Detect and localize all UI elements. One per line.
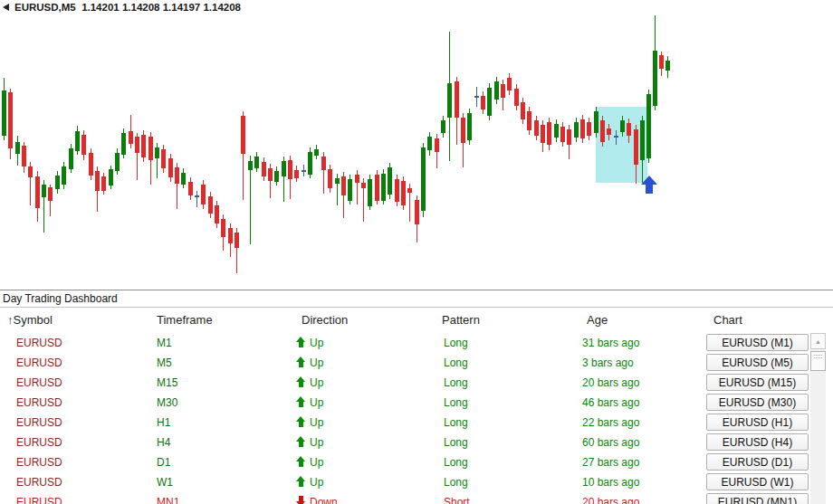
- candle-body: [587, 122, 591, 136]
- candle-body: [487, 88, 492, 116]
- cell-pattern: Long: [444, 337, 468, 349]
- column-header-pattern[interactable]: Pattern: [442, 313, 480, 327]
- cell-timeframe: M30: [157, 396, 177, 409]
- candle-body: [308, 152, 312, 175]
- candle-body: [627, 123, 631, 136]
- candle-body: [368, 179, 372, 206]
- candle-body: [567, 129, 571, 145]
- candle-body: [2, 90, 6, 136]
- cell-timeframe: W1: [157, 476, 173, 489]
- open-chart-button-d1[interactable]: EURUSD (D1): [706, 453, 809, 471]
- column-header-timeframe[interactable]: Timeframe: [157, 313, 213, 327]
- candle-body: [175, 167, 179, 184]
- table-row-h4: EURUSDH4UpLong60 bars agoEURUSD (H4): [0, 433, 833, 452]
- candle-body: [161, 149, 166, 168]
- cell-age: 27 bars ago: [582, 456, 639, 469]
- candle-body: [248, 161, 253, 170]
- candle-body: [348, 179, 352, 201]
- candle-body: [441, 120, 445, 133]
- candle-body: [288, 160, 292, 179]
- candle-body: [15, 142, 20, 154]
- scroll-up-button[interactable]: ▲: [810, 333, 826, 349]
- open-chart-button-m1[interactable]: EURUSD (M1): [706, 334, 809, 351]
- cell-symbol: EURUSD: [16, 476, 62, 489]
- candle-body: [355, 175, 359, 183]
- column-header-age[interactable]: Age: [587, 313, 608, 327]
- candle-body: [115, 153, 120, 171]
- candle-body: [188, 182, 193, 195]
- candle-body: [8, 92, 13, 148]
- candle-body: [341, 176, 346, 195]
- candle-body: [501, 84, 505, 98]
- vertical-scrollbar[interactable]: ▲: [810, 333, 826, 504]
- candle-body: [659, 55, 664, 69]
- candle-body: [235, 233, 239, 248]
- buy-signal-arrow-stem: [646, 184, 653, 194]
- cell-timeframe: H1: [157, 416, 170, 429]
- buy-signal-arrow: [641, 176, 657, 195]
- candle-body: [401, 181, 406, 205]
- candle-body: [101, 176, 106, 191]
- open-chart-button-w1[interactable]: EURUSD (W1): [706, 473, 809, 490]
- candle-body: [121, 133, 126, 155]
- candle-body: [314, 149, 319, 156]
- candle-body: [620, 120, 625, 132]
- open-chart-button-m30[interactable]: EURUSD (M30): [706, 394, 809, 411]
- candle-body: [634, 129, 638, 165]
- table-row-m30: EURUSDM30UpLong46 bars agoEURUSD (M30): [0, 393, 833, 413]
- chart-marker-icon: [3, 4, 9, 11]
- cell-age: 3 bars ago: [582, 357, 634, 369]
- candle-body: [527, 111, 531, 130]
- candle-body: [62, 166, 66, 185]
- cell-direction: Up: [296, 396, 323, 409]
- candle-body: [547, 122, 551, 145]
- cell-symbol: EURUSD: [16, 396, 62, 409]
- cell-timeframe: D1: [157, 456, 170, 469]
- candle-body: [541, 125, 545, 143]
- candle-body: [455, 81, 459, 118]
- cell-age: 22 bars ago: [582, 416, 639, 429]
- candle-body: [574, 122, 579, 138]
- cell-timeframe: M5: [157, 357, 172, 369]
- candle-body: [109, 169, 113, 185]
- table-row-w1: EURUSDW1UpLong10 bars agoEURUSD (W1): [0, 472, 833, 492]
- column-header-symbol[interactable]: ↑Symbol: [7, 313, 53, 327]
- candle-body: [461, 118, 465, 143]
- open-chart-button-h1[interactable]: EURUSD (H1): [706, 414, 809, 431]
- scrollbar-thumb[interactable]: [810, 351, 826, 371]
- open-chart-button-m5[interactable]: EURUSD (M5): [706, 354, 809, 371]
- candle-body: [89, 153, 93, 176]
- candle-body: [653, 51, 657, 106]
- cell-symbol: EURUSD: [16, 436, 62, 449]
- cell-timeframe: MN1: [157, 496, 179, 504]
- up-arrow-icon: [296, 396, 306, 407]
- candle-body: [415, 200, 419, 224]
- candle-body: [321, 157, 326, 170]
- cell-direction: Up: [296, 337, 323, 349]
- candle-body: [228, 228, 233, 243]
- price-chart[interactable]: EURUSD,M5 1.14201 1.14208 1.14197 1.1420…: [0, 0, 833, 290]
- cell-timeframe: M1: [157, 337, 172, 349]
- cell-age: 20 bars ago: [582, 496, 639, 504]
- open-chart-button-h4[interactable]: EURUSD (H4): [706, 433, 809, 451]
- candle-body: [69, 148, 73, 169]
- candle-body: [95, 171, 100, 191]
- open-chart-button-m15[interactable]: EURUSD (M15): [706, 374, 809, 391]
- candle-body: [614, 136, 618, 138]
- cell-pattern: Long: [444, 376, 468, 389]
- candle-body: [268, 168, 273, 181]
- candle-body: [600, 120, 605, 142]
- candle-wick: [616, 130, 617, 145]
- cell-direction: Up: [296, 376, 323, 389]
- cell-pattern: Long: [444, 476, 468, 489]
- column-header-direction[interactable]: Direction: [302, 313, 348, 327]
- candle-body: [215, 205, 219, 223]
- table-row-m5: EURUSDM5UpLong3 bars agoEURUSD (M5): [0, 353, 833, 373]
- table-row-m15: EURUSDM15UpLong20 bars agoEURUSD (M15): [0, 373, 833, 393]
- candle-body: [514, 89, 519, 106]
- column-header-chart[interactable]: Chart: [713, 313, 742, 327]
- candle-body: [474, 96, 479, 98]
- open-chart-button-mn1[interactable]: EURUSD (MN1): [706, 493, 809, 504]
- up-arrow-icon: [296, 357, 306, 367]
- candle-body: [534, 120, 539, 136]
